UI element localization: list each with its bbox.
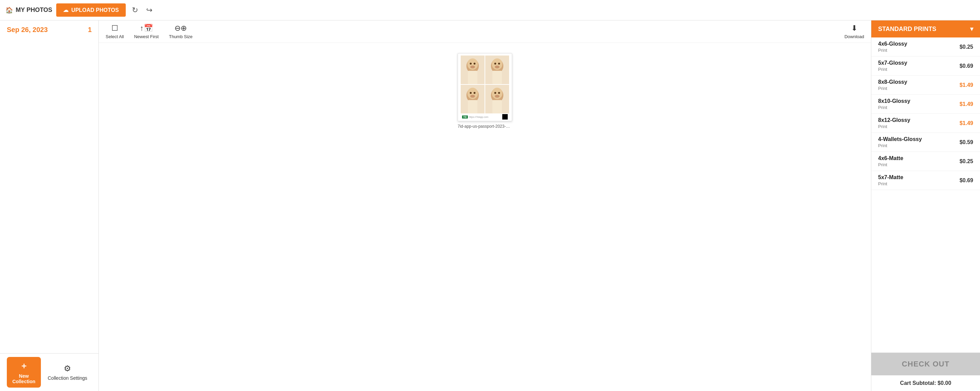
print-price: $0.69 bbox=[959, 63, 973, 69]
passport-face-3 bbox=[461, 85, 485, 113]
chevron-down-icon: ▾ bbox=[970, 25, 973, 33]
sort-icon: ↑📅 bbox=[140, 24, 153, 33]
new-collection-button[interactable]: ＋ New Collection bbox=[7, 357, 41, 388]
standard-prints-label: STANDARD PRINTS bbox=[878, 25, 936, 33]
center-content: ☐ Select All ↑📅 Newest First ⊖⊕ Thumb Si… bbox=[99, 21, 871, 391]
select-all-button[interactable]: ☐ Select All bbox=[106, 24, 124, 39]
passport-grid bbox=[461, 56, 509, 113]
header: 🏠 MY PHOTOS ☁ UPLOAD PHOTOS ↻ ↪ bbox=[0, 0, 980, 21]
svg-point-26 bbox=[495, 95, 500, 97]
print-price: $0.25 bbox=[959, 44, 973, 50]
print-type: Print bbox=[878, 162, 903, 167]
print-price: $1.49 bbox=[959, 82, 973, 88]
logo-url: https://7idapp.com bbox=[469, 116, 488, 118]
qr-code bbox=[502, 114, 508, 119]
svg-point-17 bbox=[470, 92, 472, 94]
new-collection-label: New Collection bbox=[7, 373, 41, 384]
print-type: Print bbox=[878, 67, 907, 72]
print-type: Print bbox=[878, 143, 922, 148]
date-section: Sep 26, 2023 1 bbox=[0, 21, 99, 39]
print-type: Print bbox=[878, 181, 903, 186]
print-name: 4x6-Glossy bbox=[878, 41, 907, 47]
print-name: 5x7-Matte bbox=[878, 174, 903, 181]
print-name: 8x12-Glossy bbox=[878, 117, 910, 123]
plus-icon: ＋ bbox=[20, 360, 28, 371]
svg-point-25 bbox=[498, 92, 500, 94]
print-price: $1.49 bbox=[959, 120, 973, 126]
photo-item[interactable]: 7ID https://7idapp.com 7id-app-us-passpo… bbox=[458, 53, 512, 129]
sidebar-actions: ＋ New Collection ⚙ Collection Settings bbox=[0, 353, 99, 391]
my-photos-button[interactable]: 🏠 MY PHOTOS bbox=[5, 6, 52, 14]
print-price: $0.69 bbox=[959, 178, 973, 184]
checkout-label: CHECK OUT bbox=[902, 360, 950, 368]
svg-point-19 bbox=[470, 95, 475, 97]
print-info: 5x7-Matte Print bbox=[878, 174, 903, 186]
gear-icon: ⚙ bbox=[64, 364, 71, 373]
print-info: 4-Wallets-Glossy Print bbox=[878, 136, 922, 148]
print-type: Print bbox=[878, 105, 910, 110]
photo-grid: 7ID https://7idapp.com 7id-app-us-passpo… bbox=[99, 43, 871, 391]
print-item[interactable]: 4-Wallets-Glossy Print $0.59 bbox=[871, 133, 980, 152]
svg-point-24 bbox=[495, 92, 496, 94]
print-item[interactable]: 8x12-Glossy Print $1.49 bbox=[871, 114, 980, 133]
photo-count: 1 bbox=[88, 26, 92, 34]
passport-face-1 bbox=[461, 56, 485, 84]
print-price: $0.25 bbox=[959, 158, 973, 165]
right-panel: STANDARD PRINTS ▾ 4x6-Glossy Print $0.25… bbox=[871, 21, 980, 391]
svg-rect-13 bbox=[492, 71, 502, 84]
svg-point-5 bbox=[470, 65, 475, 68]
print-price: $1.49 bbox=[959, 101, 973, 107]
date-label: Sep 26, 2023 bbox=[7, 26, 48, 34]
main-layout: Sep 26, 2023 1 ＋ New Collection ⚙ Collec… bbox=[0, 21, 980, 391]
cart-subtotal: Cart Subtotal: $0.00 bbox=[871, 375, 980, 391]
collection-settings-label: Collection Settings bbox=[48, 375, 87, 381]
photo-footer: 7ID https://7idapp.com bbox=[461, 113, 509, 120]
share-button[interactable]: ↪ bbox=[144, 4, 154, 17]
collection-settings-button[interactable]: ⚙ Collection Settings bbox=[48, 364, 87, 381]
logo-area: 7ID https://7idapp.com bbox=[462, 116, 488, 119]
svg-point-4 bbox=[474, 63, 476, 65]
my-photos-label: MY PHOTOS bbox=[16, 6, 52, 14]
thumb-size-label: Thumb Size bbox=[169, 34, 192, 39]
print-item[interactable]: 8x8-Glossy Print $1.49 bbox=[871, 76, 980, 95]
download-button[interactable]: ⬇ Download bbox=[845, 24, 864, 39]
toolbar: ☐ Select All ↑📅 Newest First ⊖⊕ Thumb Si… bbox=[99, 21, 871, 43]
print-name: 8x8-Glossy bbox=[878, 79, 907, 85]
checkout-button[interactable]: CHECK OUT bbox=[871, 353, 980, 375]
print-info: 8x10-Glossy Print bbox=[878, 98, 910, 110]
thumb-size-icon: ⊖⊕ bbox=[175, 24, 187, 33]
checkout-section: CHECK OUT Cart Subtotal: $0.00 bbox=[871, 353, 980, 391]
upload-photos-button[interactable]: ☁ UPLOAD PHOTOS bbox=[56, 3, 126, 17]
print-item[interactable]: 5x7-Glossy Print $0.69 bbox=[871, 57, 980, 76]
share-icon: ↪ bbox=[146, 6, 152, 14]
prints-list: 4x6-Glossy Print $0.25 5x7-Glossy Print … bbox=[871, 38, 980, 353]
thumb-size-button[interactable]: ⊖⊕ Thumb Size bbox=[169, 24, 192, 39]
newest-first-button[interactable]: ↑📅 Newest First bbox=[134, 24, 158, 39]
refresh-icon: ↻ bbox=[132, 6, 138, 14]
standard-prints-button[interactable]: STANDARD PRINTS ▾ bbox=[871, 21, 980, 38]
print-type: Print bbox=[878, 48, 907, 53]
download-label: Download bbox=[845, 34, 864, 39]
print-item[interactable]: 5x7-Matte Print $0.69 bbox=[871, 171, 980, 190]
print-type: Print bbox=[878, 86, 907, 91]
print-name: 5x7-Glossy bbox=[878, 60, 907, 66]
svg-point-10 bbox=[495, 63, 496, 65]
print-item[interactable]: 8x10-Glossy Print $1.49 bbox=[871, 95, 980, 114]
photo-label: 7id-app-us-passport-2023-09... bbox=[458, 124, 512, 129]
print-name: 4x6-Matte bbox=[878, 155, 903, 161]
print-item[interactable]: 4x6-Matte Print $0.25 bbox=[871, 152, 980, 171]
refresh-button[interactable]: ↻ bbox=[130, 4, 140, 17]
print-info: 8x12-Glossy Print bbox=[878, 117, 910, 129]
print-name: 8x10-Glossy bbox=[878, 98, 910, 104]
checkbox-icon: ☐ bbox=[111, 24, 118, 33]
svg-point-3 bbox=[470, 63, 472, 65]
print-price: $0.59 bbox=[959, 139, 973, 145]
upload-icon: ☁ bbox=[63, 7, 68, 13]
download-icon: ⬇ bbox=[851, 24, 858, 33]
svg-rect-6 bbox=[468, 71, 477, 84]
home-icon: 🏠 bbox=[5, 6, 13, 14]
photo-thumbnail: 7ID https://7idapp.com bbox=[458, 53, 512, 121]
print-item[interactable]: 4x6-Glossy Print $0.25 bbox=[871, 38, 980, 57]
svg-rect-27 bbox=[492, 100, 502, 113]
svg-point-12 bbox=[495, 65, 500, 68]
